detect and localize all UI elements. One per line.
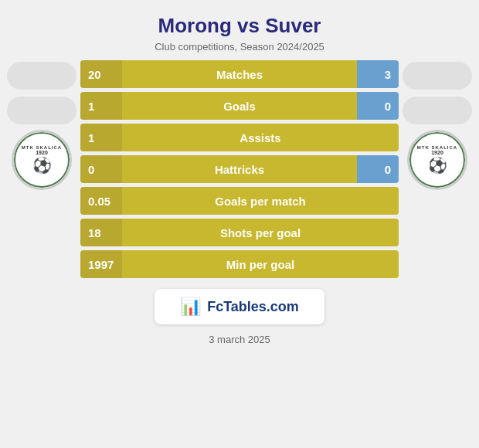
- stat-left-goals: 1: [80, 92, 122, 120]
- right-blob-1: [403, 62, 472, 90]
- stat-label-matches: Matches: [122, 60, 357, 88]
- stat-left-matches: 20: [80, 60, 122, 88]
- stat-label-min-per-goal: Min per goal: [122, 250, 399, 278]
- stat-row-goals: 1Goals0: [80, 92, 399, 120]
- stat-label-goals-per-match: Goals per match: [122, 187, 399, 215]
- stat-label-goals: Goals: [122, 92, 357, 120]
- stat-right-goals: 0: [357, 92, 399, 120]
- club-year-left: 1920: [36, 150, 48, 155]
- right-side: MTK SKALICA 1920 ⚽: [399, 60, 476, 190]
- fctables-text: FcTables.com: [207, 299, 299, 315]
- stat-row-hattricks: 0Hattricks0: [80, 155, 399, 183]
- footer-date: 3 march 2025: [209, 334, 270, 345]
- match-area: MTK SKALICA 1920 ⚽ 20Matches31Goals01Ass…: [0, 57, 479, 281]
- stat-row-shots-per-goal: 18Shots per goal: [80, 219, 399, 246]
- team-logo-right: MTK SKALICA 1920 ⚽: [403, 130, 472, 190]
- stat-left-shots-per-goal: 18: [80, 219, 122, 246]
- club-year-right: 1920: [431, 150, 443, 155]
- stat-row-matches: 20Matches3: [80, 60, 399, 88]
- stat-left-assists: 1: [80, 124, 122, 151]
- left-blob-1: [7, 62, 76, 90]
- stat-right-hattricks: 0: [357, 155, 399, 183]
- header: Morong vs Suver Club competitions, Seaso…: [0, 0, 479, 57]
- stat-row-assists: 1Assists: [80, 124, 399, 151]
- page-wrapper: Morong vs Suver Club competitions, Seaso…: [0, 0, 479, 448]
- stat-left-min-per-goal: 1997: [80, 250, 122, 278]
- stat-left-goals-per-match: 0.05: [80, 187, 122, 215]
- right-blob-2: [403, 97, 472, 124]
- team-logo-left: MTK SKALICA 1920 ⚽: [7, 130, 76, 190]
- logo-circle-right: MTK SKALICA 1920 ⚽: [407, 130, 467, 190]
- left-blob-2: [7, 97, 76, 124]
- soccer-ball-right: ⚽: [428, 156, 447, 175]
- stat-row-goals-per-match: 0.05Goals per match: [80, 187, 399, 215]
- left-side: MTK SKALICA 1920 ⚽: [3, 60, 80, 190]
- soccer-ball-left: ⚽: [32, 156, 52, 175]
- stat-left-hattricks: 0: [80, 155, 122, 183]
- logo-circle-left: MTK SKALICA 1920 ⚽: [12, 130, 72, 190]
- stats-container: 20Matches31Goals01Assists0Hattricks00.05…: [80, 60, 399, 278]
- stat-label-hattricks: Hattricks: [122, 155, 357, 183]
- page-title: Morong vs Suver: [8, 14, 471, 38]
- logo-inner-right: MTK SKALICA 1920 ⚽: [409, 132, 465, 188]
- fctables-icon: 📊: [180, 297, 201, 317]
- stat-label-assists: Assists: [122, 124, 399, 151]
- stat-row-min-per-goal: 1997Min per goal: [80, 250, 399, 278]
- fctables-banner[interactable]: 📊 FcTables.com: [155, 289, 324, 324]
- page-subtitle: Club competitions, Season 2024/2025: [8, 41, 471, 53]
- logo-inner-left: MTK SKALICA 1920 ⚽: [14, 132, 70, 188]
- stat-label-shots-per-goal: Shots per goal: [122, 219, 399, 246]
- stat-right-matches: 3: [357, 60, 399, 88]
